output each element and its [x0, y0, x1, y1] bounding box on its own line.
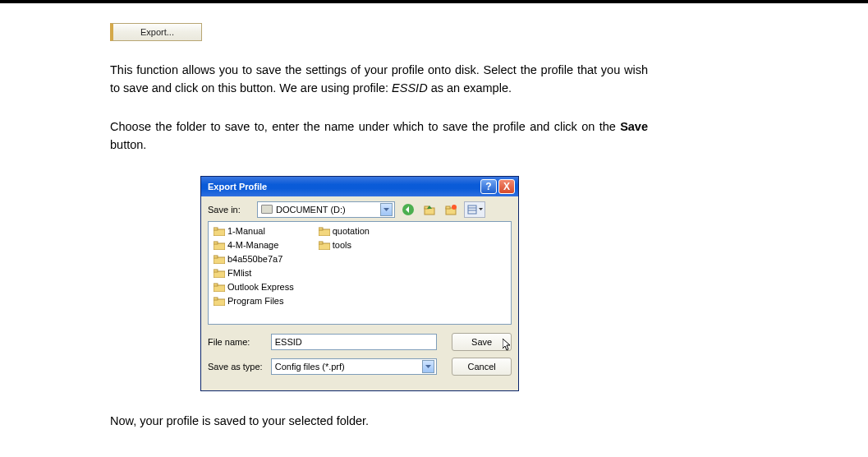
para2-text-a: Choose the folder to save to, enter the … [110, 120, 620, 133]
para2-text-b: button. [110, 138, 146, 151]
svg-marker-30 [425, 365, 431, 368]
file-label: 1-Manual [227, 226, 265, 236]
savetype-label: Save as type: [208, 362, 264, 372]
para2-save: Save [620, 120, 648, 133]
para1-text-a: This function allows you to save the set… [110, 63, 648, 95]
folder-icon [319, 227, 330, 236]
svg-point-8 [452, 205, 457, 210]
svg-rect-7 [446, 206, 450, 209]
svg-rect-18 [214, 256, 218, 258]
save-in-dropdown[interactable]: DOCUMENT (D:) [257, 201, 395, 218]
dialog-titlebar[interactable]: Export Profile ? X [201, 177, 518, 196]
folder-icon [319, 241, 330, 250]
file-list[interactable]: 1-Manual 4-M-Manage b4a550be7a7 FMlist O… [208, 221, 512, 325]
list-item[interactable]: FMlist [214, 267, 294, 279]
save-in-label: Save in: [208, 205, 252, 215]
savetype-value: Config files (*.prf) [275, 362, 423, 372]
para1-text-b: as an example. [428, 81, 512, 95]
dialog-title: Export Profile [208, 182, 479, 192]
paragraph-2: Choose the folder to save to, enter the … [110, 118, 648, 155]
list-item[interactable]: tools [319, 239, 370, 252]
svg-marker-0 [383, 208, 389, 211]
svg-marker-12 [479, 208, 483, 210]
list-item[interactable]: quotation [319, 225, 370, 238]
savetype-dropdown[interactable]: Config files (*.prf) [271, 358, 438, 375]
file-label: Outlook Express [227, 282, 294, 292]
help-button[interactable]: ? [480, 179, 497, 194]
filename-input[interactable]: ESSID [271, 334, 438, 350]
file-label: tools [333, 240, 351, 250]
save-in-value: DOCUMENT (D:) [276, 205, 377, 215]
file-column-2: quotation tools [319, 225, 370, 321]
close-button[interactable]: X [498, 179, 515, 194]
chevron-down-icon[interactable] [422, 360, 434, 373]
export-profile-dialog: Export Profile ? X Save in: DOCUMENT (D:… [200, 176, 519, 391]
cancel-button[interactable]: Cancel [452, 358, 512, 376]
svg-rect-22 [214, 284, 218, 286]
svg-rect-26 [319, 228, 323, 230]
file-label: b4a550be7a7 [227, 254, 282, 264]
chevron-down-icon[interactable] [380, 203, 393, 216]
folder-icon [214, 255, 225, 264]
svg-rect-28 [319, 242, 323, 244]
file-column-1: 1-Manual 4-M-Manage b4a550be7a7 FMlist O… [214, 225, 294, 321]
svg-marker-29 [503, 339, 510, 350]
export-button[interactable]: Export... [110, 23, 202, 41]
save-button[interactable]: Save [452, 333, 512, 351]
folder-icon [214, 227, 225, 236]
document-body: Export... This function allows you to sa… [0, 3, 649, 427]
new-folder-icon[interactable] [443, 201, 459, 218]
para1-essid: ESSID [392, 81, 428, 95]
svg-rect-9 [468, 205, 476, 214]
svg-rect-14 [214, 228, 218, 230]
list-item[interactable]: Outlook Express [214, 281, 294, 293]
folder-icon [214, 283, 225, 292]
list-item[interactable]: Program Files [214, 295, 294, 307]
dialog-toolbar: Save in: DOCUMENT (D:) [201, 196, 518, 221]
svg-rect-20 [214, 270, 218, 272]
file-label: Program Files [227, 296, 283, 306]
list-item[interactable]: 1-Manual [214, 225, 294, 238]
folder-icon [214, 269, 225, 278]
svg-rect-16 [214, 242, 218, 244]
dialog-bottom: File name: ESSID Save Save as type: Conf… [201, 325, 518, 390]
drive-icon [261, 205, 273, 214]
paragraph-3: Now, your profile is saved to your selec… [110, 414, 649, 427]
filename-label: File name: [208, 337, 264, 347]
folder-icon [214, 297, 225, 306]
back-icon[interactable] [400, 201, 416, 218]
cursor-icon [503, 339, 512, 352]
file-label: 4-M-Manage [227, 240, 278, 250]
paragraph-1: This function allows you to save the set… [110, 61, 648, 98]
svg-rect-24 [214, 298, 218, 300]
save-button-label: Save [471, 337, 492, 347]
view-menu-icon[interactable] [464, 201, 485, 218]
file-label: FMlist [227, 268, 251, 278]
up-one-level-icon[interactable] [421, 201, 438, 218]
list-item[interactable]: 4-M-Manage [214, 239, 294, 252]
file-label: quotation [333, 226, 370, 236]
folder-icon [214, 241, 225, 250]
list-item[interactable]: b4a550be7a7 [214, 253, 294, 265]
